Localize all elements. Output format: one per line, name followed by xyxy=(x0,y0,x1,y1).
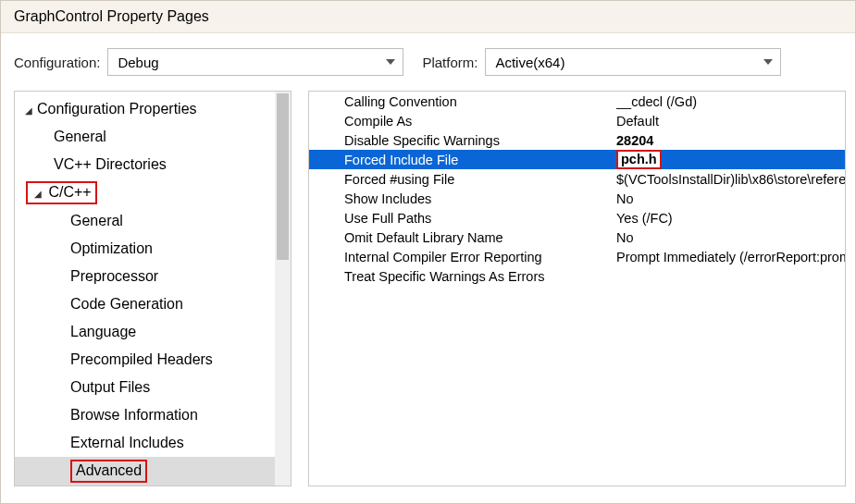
prop-value: Yes (/FC) xyxy=(616,211,845,226)
prop-row-use-full-paths[interactable]: Use Full Paths Yes (/FC) xyxy=(309,208,845,227)
prop-name: Disable Specific Warnings xyxy=(344,133,616,148)
prop-row-internal-compiler-error-reporting[interactable]: Internal Compiler Error Reporting Prompt… xyxy=(309,247,845,266)
chevron-down-icon xyxy=(386,59,395,65)
expand-arrow-icon[interactable] xyxy=(22,98,35,120)
main-area: Configuration Properties General VC++ Di… xyxy=(1,91,855,496)
tree-label: Optimization xyxy=(70,238,153,260)
prop-name: Compile As xyxy=(344,114,616,129)
tree-label: Output Files xyxy=(70,376,150,399)
prop-value: pch.h xyxy=(616,150,845,169)
tree-label: Browse Information xyxy=(70,404,198,426)
tree-item-external-includes[interactable]: External Includes xyxy=(15,429,291,457)
prop-row-disable-specific-warnings[interactable]: Disable Specific Warnings 28204 xyxy=(309,130,845,150)
prop-row-forced-include-file[interactable]: Forced Include File pch.h xyxy=(309,150,845,169)
tree-item-vc-directories[interactable]: VC++ Directories xyxy=(15,151,291,178)
tree-item-browse-information[interactable]: Browse Information xyxy=(15,401,291,429)
tree-root-configuration-properties[interactable]: Configuration Properties xyxy=(15,95,291,123)
config-toolbar: Configuration: Debug Platform: Active(x6… xyxy=(1,33,855,91)
tree-label: VC++ Directories xyxy=(54,154,167,176)
prop-value: $(VCToolsInstallDir)lib\x86\store\refere… xyxy=(616,172,845,187)
prop-name: Internal Compiler Error Reporting xyxy=(344,250,616,264)
property-grid: Calling Convention __cdecl (/Gd) Compile… xyxy=(308,91,846,486)
prop-name: Omit Default Library Name xyxy=(344,230,616,245)
prop-name: Show Includes xyxy=(344,191,616,206)
tree-label: Precompiled Headers xyxy=(70,349,213,371)
configuration-label: Configuration: xyxy=(14,55,100,70)
prop-row-forced-using-file[interactable]: Forced #using File $(VCToolsInstallDir)l… xyxy=(309,169,845,189)
prop-value: 28204 xyxy=(616,133,845,148)
platform-dropdown[interactable]: Active(x64) xyxy=(485,48,781,76)
tree-label: External Includes xyxy=(70,432,184,454)
prop-value: Default xyxy=(616,114,845,129)
platform-value: Active(x64) xyxy=(495,55,564,70)
scrollbar-thumb[interactable] xyxy=(277,93,289,260)
prop-row-show-includes[interactable]: Show Includes No xyxy=(309,189,845,208)
configuration-value: Debug xyxy=(118,55,158,70)
tree-label: Code Generation xyxy=(70,293,183,315)
tree-label: Language xyxy=(70,321,136,343)
tree-item-output-files[interactable]: Output Files xyxy=(15,374,291,401)
prop-row-omit-default-library-name[interactable]: Omit Default Library Name No xyxy=(309,227,845,247)
tree-item-ccpp[interactable]: C/C++ xyxy=(15,178,291,207)
tree-item-advanced[interactable]: Advanced xyxy=(15,457,291,486)
prop-name: Use Full Paths xyxy=(344,211,616,226)
prop-name: Calling Convention xyxy=(344,94,616,109)
highlighted-value: pch.h xyxy=(616,150,662,169)
prop-value: No xyxy=(616,230,845,245)
tree-label: Configuration Properties xyxy=(37,98,197,120)
tree-item-preprocessor[interactable]: Preprocessor xyxy=(15,263,291,290)
tree-label: General xyxy=(54,126,106,148)
config-tree: Configuration Properties General VC++ Di… xyxy=(14,91,292,486)
window-title: GraphControl Property Pages xyxy=(1,1,855,33)
prop-value: Prompt Immediately (/errorReport:prompt) xyxy=(616,250,845,264)
tree-item-optimization[interactable]: Optimization xyxy=(15,235,291,263)
prop-row-treat-specific-warnings-as-errors[interactable]: Treat Specific Warnings As Errors xyxy=(309,266,845,286)
tree-item-ccpp-general[interactable]: General xyxy=(15,207,291,235)
prop-value: No xyxy=(616,191,845,206)
prop-value: __cdecl (/Gd) xyxy=(616,94,845,109)
prop-row-compile-as[interactable]: Compile As Default xyxy=(309,111,845,130)
platform-label: Platform: xyxy=(422,55,478,70)
configuration-dropdown[interactable]: Debug xyxy=(107,48,403,76)
tree-item-general[interactable]: General xyxy=(15,123,291,151)
tree-label: C/C++ xyxy=(48,184,91,200)
prop-name: Forced #using File xyxy=(344,172,616,187)
tree-label: General xyxy=(70,210,123,232)
tree-label: Preprocessor xyxy=(70,265,158,288)
expand-arrow-icon[interactable] xyxy=(31,183,44,203)
prop-name: Treat Specific Warnings As Errors xyxy=(344,269,616,284)
tree-item-language[interactable]: Language xyxy=(15,318,291,346)
prop-name: Forced Include File xyxy=(344,153,616,167)
chevron-down-icon xyxy=(763,59,773,65)
tree-item-precompiled-headers[interactable]: Precompiled Headers xyxy=(15,346,291,374)
window-title-text: GraphControl Property Pages xyxy=(14,8,209,24)
prop-row-calling-convention[interactable]: Calling Convention __cdecl (/Gd) xyxy=(309,92,845,111)
tree-item-all-options[interactable]: All Options xyxy=(15,486,291,486)
tree-item-code-generation[interactable]: Code Generation xyxy=(15,290,291,318)
tree-scrollbar[interactable] xyxy=(275,92,291,486)
tree-label: Advanced xyxy=(70,460,147,483)
